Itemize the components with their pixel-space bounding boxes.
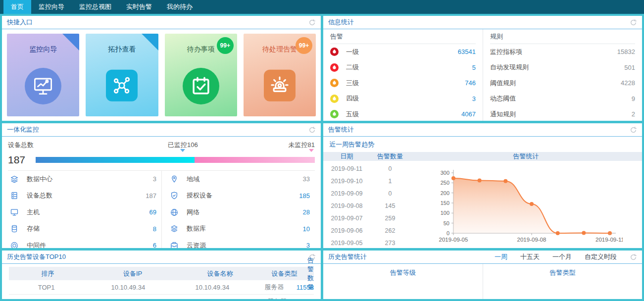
tab-my-todo[interactable]: 我的待办	[159, 0, 200, 14]
stat-item-database: 数据库 10	[161, 221, 315, 238]
flame-icon	[330, 110, 339, 118]
alarm-count-link[interactable]: 4067	[461, 110, 476, 118]
stat-item-device-total: 设备总数 187	[8, 188, 161, 204]
alarm-count-link[interactable]: 63541	[458, 48, 476, 55]
alarm-stats-title: 告警统计	[328, 125, 354, 134]
refresh-icon[interactable]	[308, 19, 316, 26]
trend-row: 2019-09-110	[323, 162, 410, 175]
layers-icon	[10, 175, 19, 184]
flame-icon	[330, 48, 339, 56]
info-stats-title: 信息统计	[328, 18, 354, 27]
card-todo-items[interactable]: 99+ 待办事项	[165, 34, 237, 116]
middleware-icon	[10, 241, 19, 248]
stat-item-authorized: 授权设备 185	[161, 188, 315, 204]
rules-column-header: 规则	[490, 29, 635, 44]
rule-row: 阈值规则 4228	[490, 75, 635, 91]
trend-row: 2019-09-06262	[323, 224, 410, 237]
trend-row: 2019-09-08145	[323, 200, 410, 212]
map-pin-icon	[170, 175, 179, 184]
database-icon	[170, 224, 179, 233]
stat-value-link[interactable]: 6	[153, 242, 156, 248]
refresh-icon[interactable]	[630, 19, 637, 26]
alarm-level-section-header: 告警等级	[323, 264, 483, 299]
card-pending-alarms[interactable]: 99+ 待处理告警	[244, 34, 316, 116]
period-one-week[interactable]: 一周	[495, 252, 507, 261]
server-rack-icon	[10, 191, 19, 200]
stat-item-storage: 存储 8	[8, 221, 161, 238]
history-stats-title: 历史告警统计	[328, 252, 367, 261]
monitored-bar	[36, 157, 195, 163]
refresh-icon[interactable]	[308, 126, 316, 134]
alarm-trend-chart: 0501001502002503002019-09-052019-09-0820…	[410, 161, 642, 248]
alarm-count-link[interactable]: 8054	[299, 298, 314, 300]
monitor-chart-icon	[25, 68, 61, 104]
alarm-count-link[interactable]: 5	[472, 64, 476, 71]
svg-text:150: 150	[440, 200, 449, 206]
stat-value-link[interactable]: 8	[153, 225, 156, 233]
top10-panel: 历史告警设备TOP10 排序 设备IP 设备名称 设备类型 告警数量 TOP1 …	[2, 251, 321, 299]
rules-column: 规则 监控指标项 15832 自动发现规则 501 阈值规则 4228 动态阈值…	[483, 29, 642, 121]
stat-value-link[interactable]: 185	[299, 192, 310, 200]
device-total-label: 设备总数	[8, 141, 34, 150]
alarm-type-section-header: 告警类型	[483, 264, 642, 299]
alarm-level-row: 三级 746	[330, 75, 476, 91]
rule-row: 通知规则 2	[490, 106, 635, 121]
alarm-stats-panel: 告警统计 近一周告警趋势 日期 告警数量 告警统计 2019-09-110 20…	[323, 123, 642, 248]
stat-item-cloud: 云资源 3	[161, 237, 315, 248]
tab-monitor-wizard[interactable]: 监控向导	[31, 0, 72, 14]
svg-text:0: 0	[446, 230, 449, 236]
integrated-title: 一体化监控	[7, 125, 39, 134]
stat-value-link[interactable]: 3	[306, 242, 310, 248]
alarm-trend-table-header: 日期 告警数量 告警统计	[323, 152, 642, 161]
svg-text:200: 200	[440, 190, 449, 196]
dashboard-grid: 快捷入口 监控向导 拓扑查看 99+ 待办事项	[0, 14, 644, 301]
flame-icon	[330, 63, 339, 72]
stat-value-link[interactable]: 28	[303, 208, 310, 216]
card-monitor-wizard[interactable]: 监控向导	[7, 34, 79, 116]
quick-entry-title: 快捷入口	[7, 18, 33, 27]
todo-count-badge: 99+	[217, 37, 234, 54]
stat-item-middleware: 中间件 6	[8, 237, 161, 248]
top10-title: 历史告警设备TOP10	[7, 252, 66, 261]
tab-home[interactable]: 首页	[3, 0, 31, 14]
alarm-count-link[interactable]: 11558	[297, 284, 314, 291]
top10-table: 排序 设备IP 设备名称 设备类型 告警数量 TOP1 10.10.49.34 …	[9, 267, 314, 299]
table-row: TOP2 10.10.49.45 10.10.49.45 服务器 8054	[9, 295, 314, 299]
period-fifteen-days[interactable]: 十五天	[520, 252, 540, 261]
alarm-level-row: 四级 3	[330, 91, 476, 107]
trend-row: 2019-09-05273	[323, 237, 410, 248]
stat-item-datacenter: 数据中心 3	[8, 171, 161, 188]
alarm-level-row: 一级 63541	[330, 44, 476, 60]
stat-item-network: 网络 28	[161, 204, 315, 221]
tab-monitor-overview[interactable]: 监控总视图	[72, 0, 119, 14]
svg-text:2019-09-11: 2019-09-11	[595, 237, 623, 243]
tab-realtime-alarms[interactable]: 实时告警	[119, 0, 159, 14]
svg-text:300: 300	[440, 170, 449, 176]
refresh-icon[interactable]	[630, 253, 637, 261]
alarm-siren-icon	[264, 70, 296, 101]
stat-value-link[interactable]: 69	[149, 208, 156, 216]
unmonitored-bar	[195, 157, 315, 163]
trend-row: 2019-09-090	[323, 187, 410, 200]
alarm-level-row: 二级 5	[330, 60, 476, 76]
corner-fold	[142, 34, 158, 50]
flame-icon	[330, 79, 339, 87]
unmonitored-label: 未监控81	[289, 141, 315, 150]
stat-value-link[interactable]: 10	[303, 225, 310, 233]
period-one-month[interactable]: 一个月	[552, 252, 572, 261]
top10-table-header: 排序 设备IP 设备名称 设备类型 告警数量	[9, 267, 314, 280]
monitoring-progress-bar	[36, 157, 315, 163]
globe-icon	[170, 208, 179, 217]
stat-item-host: 主机 69	[8, 204, 161, 221]
monitored-label: 已监控106	[168, 141, 198, 150]
shield-check-icon	[170, 191, 179, 200]
period-custom[interactable]: 自定义时段	[585, 252, 617, 261]
refresh-icon[interactable]	[630, 126, 637, 134]
alarm-count-link[interactable]: 746	[465, 79, 476, 87]
alarm-count-link[interactable]: 3	[472, 95, 476, 102]
topology-icon	[106, 70, 138, 101]
monitor-icon	[10, 208, 19, 217]
rule-row: 动态阈值 9	[490, 91, 635, 107]
top-nav: 首页 监控向导 监控总视图 实时告警 我的待办	[0, 0, 644, 14]
card-topology-view[interactable]: 拓扑查看	[86, 34, 158, 116]
